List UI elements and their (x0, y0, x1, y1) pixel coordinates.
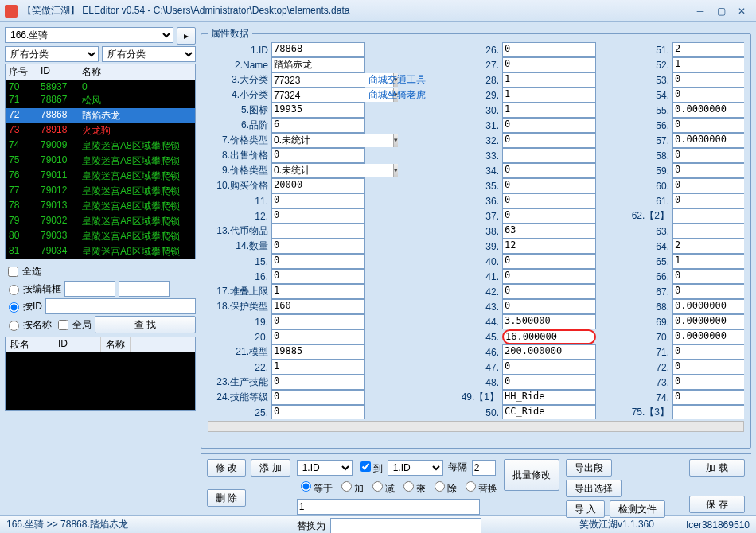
prop-value[interactable]: 0 (271, 239, 365, 254)
prop-value[interactable]: 1 (271, 284, 365, 299)
prop-value[interactable]: 0 (271, 375, 365, 390)
prop-value[interactable]: 0 (502, 163, 596, 178)
check-file-button[interactable]: 检测文件 (610, 500, 665, 518)
prop-value[interactable]: 16.000000 (502, 329, 596, 344)
select-all-checkbox[interactable]: 全选 (5, 264, 41, 279)
op-mul-radio[interactable]: 乘 (399, 479, 426, 496)
modify-button[interactable]: 修 改 (207, 459, 246, 477)
prop-value[interactable]: 0 (502, 299, 596, 314)
prop-value[interactable]: 1 (502, 72, 596, 88)
prop-value[interactable]: 0 (502, 208, 596, 224)
list-row[interactable]: 7579010皇陵迷宫A8区域攀爬锁 (6, 154, 195, 169)
prop-value[interactable]: HH_Ride (502, 390, 596, 405)
prop-value[interactable] (271, 224, 365, 239)
list-row[interactable]: 7378918火龙驹 (6, 123, 195, 138)
export-selection-button[interactable]: 导出选择 (566, 480, 622, 497)
prop-value[interactable]: 0 (502, 284, 596, 299)
list-row[interactable]: 7879013皇陵迷宫A8区域攀爬锁 (6, 199, 195, 214)
list-row[interactable]: 8079033皇陵迷宫A8区域攀爬锁 (6, 229, 195, 244)
prop-value[interactable] (672, 208, 744, 224)
by-id-radio[interactable]: 按ID (5, 300, 42, 313)
prop-value[interactable]: CC_Ride (502, 405, 596, 419)
prop-value[interactable]: 0 (672, 269, 744, 284)
edit1-input[interactable] (64, 281, 115, 297)
by-edit-radio[interactable]: 按编辑框 (5, 282, 61, 296)
by-name-radio[interactable]: 按名称 (5, 318, 52, 332)
prop-value[interactable]: 1 (502, 103, 596, 118)
prop-value[interactable]: 6 (271, 118, 365, 133)
prop-value[interactable]: 0 (502, 42, 596, 57)
prop-link[interactable]: 商城坐骑老虎 (368, 88, 426, 102)
results-list[interactable]: 段名 ID 名称 (5, 337, 196, 411)
prop-value[interactable] (502, 148, 596, 163)
prop-value[interactable]: 1 (672, 57, 744, 72)
subcat1-select[interactable]: 所有分类 (5, 46, 99, 62)
replace-input[interactable] (330, 518, 481, 533)
global-checkbox[interactable]: 全局 (55, 317, 92, 333)
prop-value[interactable]: 0 (502, 193, 596, 208)
prop-value[interactable]: 78868 (271, 42, 365, 57)
prop-value[interactable]: 0 (502, 360, 596, 375)
prop-value[interactable]: 0 (271, 254, 365, 269)
export-segment-button[interactable]: 导出段 (566, 459, 612, 477)
prop-value[interactable]: 20000 (271, 178, 365, 193)
prop-value[interactable]: 0 (672, 284, 744, 299)
category-select[interactable]: 166.坐骑 (5, 27, 173, 43)
prop-value[interactable]: 160 (271, 299, 365, 314)
prop-value[interactable]: 0 (502, 269, 596, 284)
category-next-button[interactable]: ▸ (177, 27, 196, 45)
maximize-button[interactable]: ▢ (711, 4, 731, 18)
op-minus-radio[interactable]: 减 (368, 479, 395, 496)
prop-value[interactable]: 0 (502, 118, 596, 133)
id-search-input[interactable] (45, 298, 196, 314)
list-row[interactable]: 7278868踏焰赤龙 (6, 108, 195, 123)
prop-value[interactable]: 2 (672, 239, 744, 254)
list-row[interactable]: 7479009皇陵迷宫A8区域攀爬锁 (6, 138, 195, 154)
list-row[interactable]: 7979032皇陵迷宫A8区域攀爬锁 (6, 214, 195, 229)
value-input[interactable] (297, 499, 480, 515)
op-div-radio[interactable]: 除 (431, 479, 457, 496)
prop-value[interactable]: 0 (672, 375, 744, 390)
prop-value[interactable]: 0 (271, 269, 365, 284)
prop-value[interactable]: 0 (271, 329, 365, 344)
prop-value[interactable]: 0 (502, 375, 596, 390)
prop-value[interactable]: 0.0000000 (672, 299, 744, 314)
prop-value[interactable]: 200.000000 (502, 344, 596, 360)
delete-button[interactable]: 删 除 (207, 489, 246, 507)
prop-value[interactable]: 0 (502, 133, 596, 148)
prop-value[interactable]: 12 (502, 239, 596, 254)
prop-value[interactable]: 0 (672, 88, 744, 103)
prop-value[interactable]: 19935 (271, 103, 365, 118)
prop-value[interactable]: 19885 (271, 344, 365, 360)
prop-value[interactable]: 0 (672, 344, 744, 360)
prop-link[interactable]: 商城交通工具 (368, 73, 426, 87)
prop-value[interactable]: 0.0000000 (672, 329, 744, 344)
prop-value[interactable] (672, 224, 744, 239)
load-button[interactable]: 加 载 (689, 459, 745, 477)
prop-value[interactable]: 1 (271, 360, 365, 375)
prop-value[interactable]: 0.0000000 (672, 314, 744, 329)
prop-value[interactable]: 0 (672, 72, 744, 88)
op-eq-radio[interactable]: 等于 (297, 479, 333, 496)
prop-value[interactable]: 0 (271, 390, 365, 405)
prop-value[interactable]: 0 (271, 405, 365, 419)
list-row[interactable]: 8179034皇陵迷宫A8区域攀爬锁 (6, 244, 195, 259)
prop-value[interactable]: 0.0000000 (672, 133, 744, 148)
prop-value[interactable]: 3.500000 (502, 314, 596, 329)
prop-value[interactable]: 0 (672, 360, 744, 375)
prop-value[interactable]: 0 (502, 178, 596, 193)
prop-value[interactable]: 0 (672, 148, 744, 163)
prop-value[interactable]: 63 (502, 224, 596, 239)
prop-value[interactable]: 0 (672, 163, 744, 178)
close-button[interactable]: ✕ (732, 4, 751, 18)
op-plus-radio[interactable]: 加 (337, 479, 364, 496)
prop-value[interactable]: 0 (672, 118, 744, 133)
subcat2-select[interactable]: 所有分类 (102, 46, 196, 62)
to-field-select[interactable]: 1.ID (388, 460, 443, 476)
add-button[interactable]: 添 加 (251, 459, 290, 477)
prop-value[interactable]: 0 (672, 178, 744, 193)
prop-value[interactable]: ▾ (271, 163, 365, 178)
prop-value[interactable]: 0.0000000 (672, 103, 744, 118)
from-field-select[interactable]: 1.ID (297, 460, 353, 476)
edit2-input[interactable] (119, 281, 170, 297)
